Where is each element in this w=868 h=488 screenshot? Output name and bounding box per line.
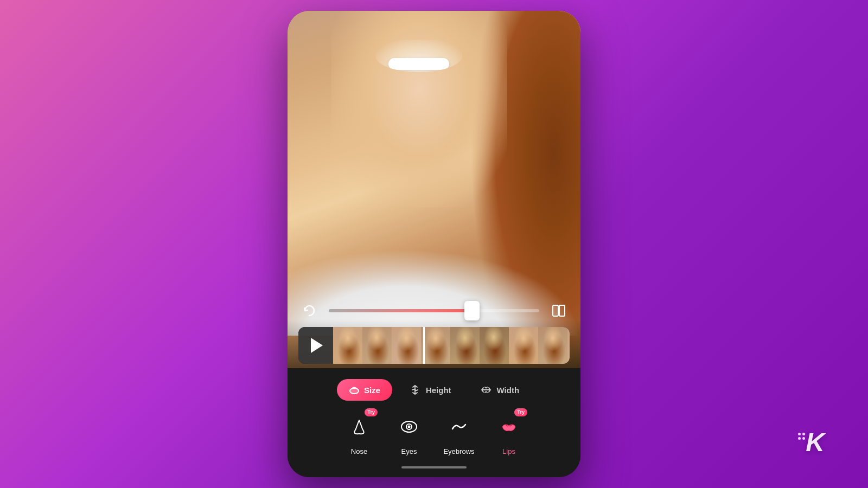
smile-area (375, 40, 462, 72)
video-preview (288, 11, 580, 368)
dot-3 (798, 437, 801, 440)
eyes-icon (399, 417, 419, 436)
frame-6 (480, 327, 509, 364)
frame-4 (421, 327, 450, 364)
adjustment-slider[interactable] (329, 309, 539, 312)
size-tab-icon (349, 384, 360, 395)
adjustment-tabs: Size Height Width (298, 378, 570, 402)
dot-1 (798, 433, 801, 435)
play-icon (311, 338, 323, 353)
undo-button[interactable] (298, 300, 320, 322)
eyebrows-icon-wrap (443, 410, 475, 443)
playhead (423, 327, 425, 364)
bottom-panel: Size Height Width (288, 368, 580, 477)
frame-9 (567, 327, 570, 364)
filmstrip-frames (333, 327, 570, 364)
lips-try-badge: Try (514, 408, 527, 416)
features-row: Try Nose Eyes (298, 410, 570, 455)
svg-rect-0 (553, 305, 558, 316)
dot-4 (802, 437, 805, 440)
slider-controls (288, 293, 580, 368)
feature-eyes[interactable]: Eyes (393, 410, 425, 455)
play-button[interactable] (298, 327, 333, 364)
teeth (388, 58, 449, 70)
frame-1 (333, 327, 362, 364)
svg-point-5 (408, 426, 411, 428)
tab-height-label: Height (426, 386, 451, 395)
tab-size-label: Size (364, 386, 380, 395)
eyebrows-icon (449, 417, 469, 436)
frame-7 (509, 327, 538, 364)
slider-fill (329, 309, 472, 312)
eyes-label: Eyes (401, 447, 417, 455)
tab-height[interactable]: Height (397, 378, 463, 402)
feature-nose[interactable]: Try Nose (343, 410, 375, 455)
lips-icon (499, 417, 519, 436)
watermark-k: K (806, 428, 825, 457)
dot-2 (802, 433, 805, 435)
svg-rect-1 (559, 305, 565, 316)
watermark-dots (798, 433, 805, 440)
frame-2 (362, 327, 392, 364)
lips-icon-wrap: Try (493, 410, 525, 443)
width-tab-icon (480, 383, 493, 396)
eyes-icon-wrap (393, 410, 425, 443)
nose-try-badge: Try (365, 408, 378, 416)
filmstrip (298, 327, 570, 364)
nose-icon-wrap: Try (343, 410, 375, 443)
slider-thumb[interactable] (464, 301, 480, 320)
frame-5 (450, 327, 480, 364)
watermark: K (806, 429, 825, 455)
nose-icon (349, 417, 369, 436)
feature-lips[interactable]: Try Lips (493, 410, 525, 455)
feature-eyebrows[interactable]: Eyebrows (443, 410, 475, 455)
tab-width-label: Width (497, 386, 520, 395)
compare-icon (552, 304, 566, 318)
frame-8 (538, 327, 567, 364)
tab-size[interactable]: Size (337, 379, 392, 401)
frame-3 (392, 327, 421, 364)
compare-button[interactable] (548, 300, 570, 322)
height-tab-icon (409, 383, 422, 396)
tab-width[interactable]: Width (468, 378, 532, 402)
nose-label: Nose (351, 447, 367, 455)
lips-label: Lips (502, 447, 515, 455)
phone-container: Size Height Width (288, 11, 580, 477)
home-indicator (401, 466, 467, 468)
slider-row (298, 300, 570, 322)
undo-icon (302, 304, 316, 318)
eyebrows-label: Eyebrows (443, 447, 474, 455)
